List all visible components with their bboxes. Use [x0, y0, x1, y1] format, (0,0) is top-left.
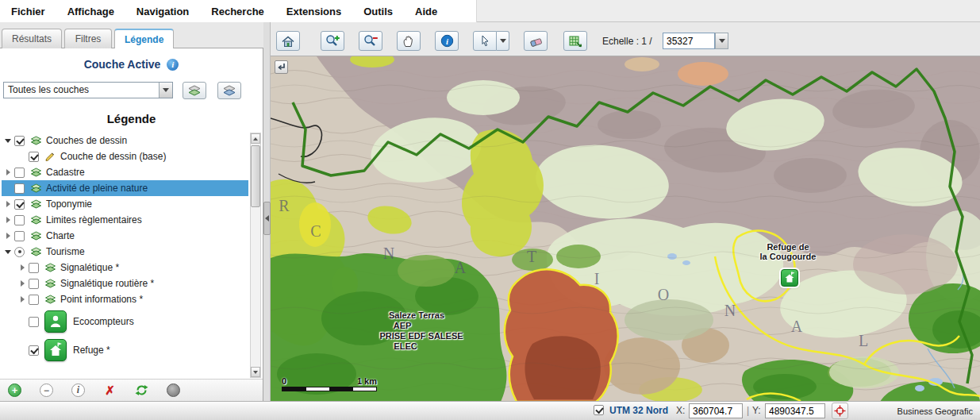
scroll-up-icon[interactable] — [251, 133, 260, 144]
layer-checkbox[interactable] — [14, 183, 25, 194]
layer-checkbox[interactable] — [29, 152, 39, 162]
layer-settings-button[interactable] — [217, 82, 241, 99]
tree-item-limites-reglementaires[interactable]: Limites règlementaires — [2, 212, 248, 228]
tree-item-couche-de-dessin-base[interactable]: Couche de dessin (base) — [2, 148, 248, 164]
layer-checkbox[interactable] — [29, 345, 39, 356]
expander-icon[interactable] — [16, 280, 29, 287]
scrollbar-thumb[interactable] — [251, 145, 260, 207]
tree-item-cadastre[interactable]: Cadastre — [2, 164, 248, 180]
tab-legende[interactable]: Légende — [114, 29, 174, 48]
layer-checkbox[interactable] — [14, 199, 25, 210]
refuge-map-marker[interactable] — [781, 269, 798, 287]
zoom-in-button[interactable] — [321, 31, 344, 51]
legend-info-button[interactable]: i — [71, 383, 85, 397]
tree-item-ecocompteurs[interactable]: Ecocompteurs — [2, 307, 248, 336]
refresh-button[interactable] — [135, 383, 148, 397]
add-layer-button[interactable]: + — [8, 383, 21, 397]
ecocompteur-icon — [44, 310, 67, 333]
scroll-down-icon[interactable] — [251, 367, 260, 377]
tree-item-couches-de-dessin[interactable]: Couches de dessin — [2, 133, 248, 148]
expander-icon[interactable] — [16, 296, 29, 302]
layer-checkbox[interactable] — [29, 317, 39, 327]
expander-icon[interactable] — [2, 139, 14, 143]
tab-resultats[interactable]: Résultats — [2, 29, 62, 48]
chevron-down-icon[interactable] — [159, 83, 172, 98]
tree-scrollbar[interactable] — [250, 133, 261, 378]
identify-button[interactable]: i — [435, 31, 459, 51]
zoom-out-icon — [363, 34, 379, 48]
clear-selection-button[interactable]: ✗ — [103, 383, 117, 397]
hand-icon — [402, 34, 416, 48]
panel-splitter[interactable] — [263, 22, 271, 401]
menu-aide[interactable]: Aide — [404, 1, 448, 22]
collapse-map-corner-button[interactable] — [275, 60, 288, 74]
locate-coordinates-button[interactable] — [832, 403, 848, 419]
layer-checkbox[interactable] — [14, 168, 25, 178]
tree-item-label: Limites règlementaires — [46, 214, 142, 225]
layer-filter-row: Toutes les couches — [3, 82, 259, 99]
globe-button[interactable] — [167, 383, 180, 397]
menu-recherche[interactable]: Recherche — [200, 1, 275, 22]
layer-filter-select[interactable]: Toutes les couches — [3, 82, 173, 98]
menubar-inner: Fichier Affichage Navigation Recherche E… — [0, 0, 477, 22]
eraser-icon — [528, 35, 544, 48]
tree-item-label: Couches de dessin — [46, 135, 127, 146]
legend-toolbar: + − i ✗ — [0, 379, 263, 401]
layers-gear-icon — [222, 85, 236, 97]
pan-button[interactable] — [397, 31, 421, 51]
map-canvas[interactable]: Refuge dela CougourdeSaleze TerrasAEPPRI… — [271, 56, 980, 401]
layer-checkbox[interactable] — [29, 279, 39, 289]
expander-icon[interactable] — [2, 201, 14, 207]
sidebar: Résultats Filtres Légende Couche Active … — [0, 22, 263, 401]
couche-active-title: Couche Active — [84, 58, 161, 71]
expander-icon[interactable] — [2, 250, 14, 254]
menu-affichage[interactable]: Affichage — [56, 1, 125, 22]
menu-navigation[interactable]: Navigation — [125, 1, 200, 22]
menu-fichier[interactable]: Fichier — [0, 1, 56, 22]
menu-extensions[interactable]: Extensions — [275, 1, 352, 22]
menu-outils[interactable]: Outils — [352, 1, 404, 22]
layer-tree: Couches de dessin Couche de dessin (base… — [2, 133, 248, 378]
layer-checkbox[interactable] — [14, 231, 25, 241]
y-coordinate-input[interactable] — [765, 403, 825, 418]
export-image-button[interactable] — [563, 31, 587, 51]
tab-filtres[interactable]: Filtres — [64, 29, 112, 48]
expander-icon[interactable] — [16, 264, 29, 271]
layer-checkbox[interactable] — [29, 263, 39, 273]
select-tool-dropdown[interactable] — [497, 31, 509, 51]
return-arrow-icon — [276, 62, 286, 72]
expander-icon[interactable] — [2, 217, 14, 223]
eraser-button[interactable] — [524, 31, 548, 51]
home-extent-button[interactable] — [276, 31, 300, 51]
info-icon[interactable]: i — [167, 59, 179, 71]
layer-opacity-button[interactable] — [183, 82, 206, 99]
layers-icon — [29, 183, 43, 194]
x-coordinate-input[interactable] — [689, 403, 743, 418]
tree-item-charte[interactable]: Charte — [2, 228, 248, 244]
select-tool-button[interactable] — [473, 31, 497, 51]
layer-checkbox[interactable] — [14, 136, 25, 146]
coord-separator: | — [747, 405, 749, 416]
tree-item-point-informations[interactable]: Point informations * — [2, 291, 248, 307]
tree-item-signaletique[interactable]: Signalétique * — [2, 260, 248, 276]
tree-item-toponymie[interactable]: Toponymie — [2, 196, 248, 212]
layer-checkbox[interactable] — [14, 215, 25, 225]
scale-dropdown[interactable] — [715, 33, 728, 49]
collapse-panel-handle[interactable] — [263, 202, 271, 235]
layer-radio[interactable] — [14, 247, 25, 257]
tree-item-activite-de-pleine-nature[interactable]: Activité de pleine nature — [2, 180, 248, 196]
scale-input[interactable] — [663, 33, 715, 49]
crosshair-icon — [834, 405, 846, 417]
zoom-out-button[interactable] — [359, 31, 382, 51]
expander-icon[interactable] — [2, 233, 14, 239]
utm-checkbox[interactable] — [594, 405, 604, 415]
tree-item-refuge[interactable]: Refuge * — [2, 336, 248, 364]
tree-item-signaletique-routiere[interactable]: Signalétique routière * — [2, 276, 248, 291]
layers-icon — [29, 231, 43, 241]
statusbar: UTM 32 Nord X: | Y: Business Geografic — [0, 401, 980, 420]
layer-checkbox[interactable] — [29, 295, 39, 305]
tree-item-tourisme[interactable]: Tourisme — [2, 244, 248, 260]
y-label: Y: — [752, 405, 761, 416]
expander-icon[interactable] — [2, 169, 14, 175]
remove-layer-button[interactable]: − — [40, 383, 53, 397]
